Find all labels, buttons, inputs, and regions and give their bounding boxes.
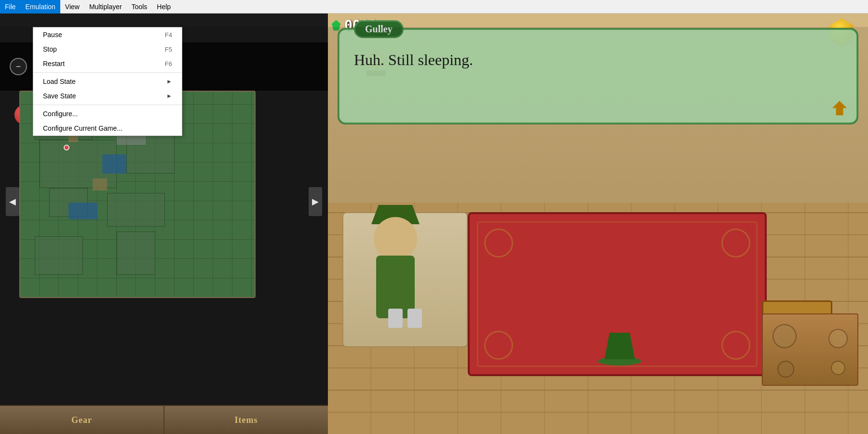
desk-circle-2 <box>828 329 848 348</box>
emulation-dropdown: Pause F4 Stop F5 Restart F6 Load State ►… <box>33 27 182 136</box>
hat-top <box>603 333 637 359</box>
bottom-bar: Gear Items <box>0 405 328 434</box>
character <box>366 222 424 318</box>
map-room-8 <box>117 231 155 275</box>
pause-shortcut: F4 <box>165 31 172 39</box>
score-gem-icon <box>332 20 340 31</box>
menu-file[interactable]: File <box>0 0 21 14</box>
desk-circle-3 <box>777 361 794 378</box>
map-path-2 <box>93 178 107 190</box>
menu-configure-game[interactable]: Configure Current Game... <box>33 121 182 136</box>
char-body <box>376 256 415 318</box>
menu-save-state[interactable]: Save State ► <box>33 89 182 103</box>
configure-label: Configure... <box>43 110 78 118</box>
load-state-label: Load State <box>43 78 76 85</box>
minus-icon: − <box>10 58 27 75</box>
dialogue-box: Gulley Huh. Still sleeping. <box>338 28 858 124</box>
right-panel: 0000 Gulley Huh. Still sleeping. <box>328 14 868 434</box>
char-head <box>374 217 417 260</box>
stop-shortcut: F5 <box>165 46 172 53</box>
speaker-name: Gulley <box>354 20 404 38</box>
rug-swirl-1 <box>484 229 513 258</box>
restart-shortcut: F6 <box>165 60 172 68</box>
menu-stop[interactable]: Stop F5 <box>33 42 182 56</box>
desk-circle-4 <box>831 361 845 375</box>
items-button[interactable]: Items <box>164 406 328 434</box>
game-area: − 0000 20 <box>0 14 868 434</box>
rug-swirl-4 <box>721 331 750 360</box>
desk <box>762 313 858 386</box>
map-arrow-left[interactable]: ◀ <box>6 187 19 216</box>
restart-label: Restart <box>43 60 65 68</box>
chest-lid <box>762 300 832 315</box>
map-arrow-right[interactable]: ▶ <box>309 187 322 216</box>
desk-circle-1 <box>773 324 797 348</box>
char-right-leg <box>407 309 422 328</box>
rug-swirl-2 <box>721 229 750 258</box>
menu-pause[interactable]: Pause F4 <box>33 27 182 42</box>
dialogue-text: Huh. Still sleeping. <box>354 49 842 71</box>
pause-label: Pause <box>43 31 62 39</box>
menu-restart[interactable]: Restart F6 <box>33 56 182 71</box>
separator-1 <box>33 72 182 73</box>
save-state-label: Save State <box>43 92 76 100</box>
menu-help[interactable]: Help <box>152 0 176 14</box>
save-state-arrow: ► <box>166 93 172 99</box>
menubar: File Emulation View Multiplayer Tools He… <box>0 0 868 14</box>
menu-emulation[interactable]: Emulation <box>21 0 60 14</box>
stop-label: Stop <box>43 45 57 53</box>
char-left-leg <box>388 309 403 328</box>
gear-button[interactable]: Gear <box>0 406 164 434</box>
menu-tools[interactable]: Tools <box>127 0 152 14</box>
menu-configure[interactable]: Configure... <box>33 107 182 121</box>
game-scene: 0000 Gulley Huh. Still sleeping. <box>328 14 868 434</box>
map-room-7 <box>35 236 83 275</box>
hat-item <box>598 333 641 366</box>
map-water-1 <box>102 154 126 174</box>
map-water-2 <box>68 203 97 219</box>
load-state-arrow: ► <box>166 78 172 85</box>
rug-swirl-3 <box>484 331 513 360</box>
map-player-icon <box>64 145 69 150</box>
configure-game-label: Configure Current Game... <box>43 124 122 132</box>
menu-load-state[interactable]: Load State ► <box>33 74 182 89</box>
separator-2 <box>33 105 182 105</box>
map-room-6 <box>107 193 165 227</box>
menu-multiplayer[interactable]: Multiplayer <box>84 0 127 14</box>
menu-view[interactable]: View <box>60 0 84 14</box>
dialogue-arrow-icon <box>832 101 847 115</box>
